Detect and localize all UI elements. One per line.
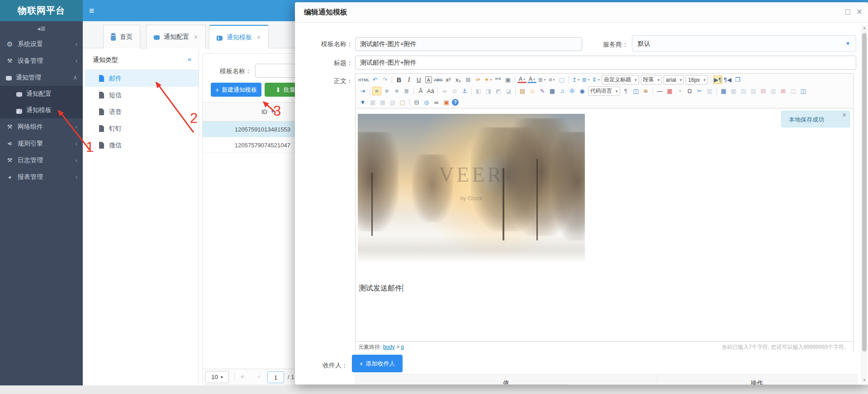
scroll-up-icon[interactable]: ▲: [862, 26, 867, 30]
special-chars-icon[interactable]: Ω: [685, 87, 694, 95]
image-float-right-icon[interactable]: ◪: [504, 87, 513, 95]
preview-icon[interactable]: ◎: [422, 98, 431, 107]
web-image-icon[interactable]: ≋: [641, 87, 650, 95]
template-name-field[interactable]: [355, 37, 582, 51]
separator[interactable]: [653, 87, 653, 95]
columns-icon[interactable]: ◫: [631, 87, 640, 95]
align-right-icon[interactable]: ≡: [392, 87, 401, 95]
subject-field[interactable]: [355, 56, 856, 70]
align-justify-icon[interactable]: ≣: [402, 87, 411, 95]
provider-select[interactable]: 默认 ▼: [632, 35, 856, 52]
clipboard-icon[interactable]: ▣: [442, 98, 451, 107]
delete-col-icon[interactable]: ⊞: [779, 87, 788, 95]
image-inline-icon[interactable]: ◨: [484, 87, 493, 95]
first-indent-icon[interactable]: ⇥: [358, 87, 367, 95]
subscript-icon[interactable]: x₂: [454, 75, 463, 84]
italic-icon[interactable]: I: [404, 75, 413, 84]
editor-content[interactable]: VEER by iStock 本地保存成功 ✕ 测试发送邮件: [356, 108, 853, 341]
unordered-list-icon[interactable]: ≡: [547, 75, 556, 84]
html-source-icon[interactable]: HTML: [358, 75, 370, 84]
superscript-icon[interactable]: x²: [444, 75, 453, 84]
row-spacing-icon[interactable]: ↥: [571, 75, 580, 84]
page-break-icon[interactable]: ▢: [398, 98, 407, 107]
separator[interactable]: [437, 87, 438, 95]
table-columns-icon[interactable]: ▥: [388, 98, 397, 107]
tree-item[interactable]: 短信: [85, 87, 199, 103]
anchor-icon[interactable]: ⚓: [460, 87, 469, 95]
code-language-select[interactable]: 代码语言: [588, 86, 620, 96]
autotypeset-icon[interactable]: ✦: [484, 75, 493, 84]
winter-photo[interactable]: VEER by iStock: [358, 114, 585, 262]
sidebar-item-system-settings[interactable]: 系统设置 ‹: [0, 36, 83, 52]
sidebar-item-notification-template[interactable]: 通知模板: [0, 102, 83, 118]
print-icon[interactable]: ⊟: [412, 98, 421, 107]
hamburger-menu-icon[interactable]: ≡: [89, 6, 94, 16]
panel-collapse-icon[interactable]: «: [188, 55, 191, 63]
add-recipient-button[interactable]: + 添加收件人: [352, 355, 403, 372]
uppercase-icon[interactable]: Â: [416, 87, 425, 95]
image-center-icon[interactable]: ◩: [494, 87, 503, 95]
align-left-icon[interactable]: ≡: [372, 87, 381, 95]
font-color-icon[interactable]: A: [517, 76, 526, 83]
table-background-icon[interactable]: ▦: [368, 98, 377, 107]
tab-close-icon[interactable]: ✕: [256, 34, 261, 41]
align-center-icon[interactable]: ≡: [382, 87, 391, 95]
tree-item[interactable]: 邮件: [85, 70, 199, 87]
rtl-icon[interactable]: ¶◀: [723, 75, 732, 84]
delete-row-icon[interactable]: ⊟: [759, 87, 768, 95]
first-page-button[interactable]: «: [241, 373, 244, 380]
eraser-icon[interactable]: ⊠: [464, 75, 473, 84]
maximize-icon[interactable]: ☐: [845, 8, 851, 16]
sidebar-item-log-management[interactable]: 日志管理 ‹: [0, 152, 83, 169]
emotion-icon[interactable]: ☺: [528, 87, 537, 95]
tab-home[interactable]: 首页: [103, 25, 140, 48]
fullscreen-icon[interactable]: ❐: [733, 75, 742, 84]
separator[interactable]: [711, 76, 711, 84]
sidebar-item-notification-management[interactable]: 通知管理 ∧: [0, 69, 83, 86]
custom-title-select[interactable]: 自定义标题: [602, 75, 639, 84]
format-brush-icon[interactable]: ✑: [474, 75, 483, 84]
separator[interactable]: [569, 76, 569, 84]
insert-image-icon[interactable]: ▤: [518, 87, 527, 95]
insert-col-icon[interactable]: ▥: [769, 87, 778, 95]
attachment-icon[interactable]: ✇: [568, 87, 577, 95]
ltr-icon[interactable]: ▶¶: [713, 75, 722, 84]
modal-scrollbar[interactable]: ▲ ▼: [861, 25, 867, 383]
separator[interactable]: [515, 76, 515, 84]
merge-cells-icon[interactable]: ◫: [789, 87, 798, 95]
font-family-select[interactable]: arial: [664, 75, 684, 84]
separator[interactable]: [413, 87, 414, 95]
bold-icon[interactable]: B: [394, 75, 403, 84]
insert-row-icon[interactable]: ▤: [749, 87, 758, 95]
table-sort-icon[interactable]: ▼: [358, 98, 367, 107]
background-color-icon[interactable]: A: [527, 76, 536, 83]
tab-notification-config[interactable]: 通知配置 ✕: [146, 25, 206, 48]
page-size-select[interactable]: 10: [205, 371, 229, 383]
link-icon[interactable]: ∞: [440, 87, 449, 95]
sidebar-collapse-button[interactable]: ◂≣: [0, 21, 83, 36]
blockquote-icon[interactable]: ❝❝: [493, 75, 503, 84]
delete-table-icon[interactable]: ▦: [729, 87, 738, 95]
paragraph-format-icon[interactable]: ¶: [621, 87, 631, 95]
help-icon[interactable]: ?: [452, 99, 459, 106]
music-icon[interactable]: ♫: [558, 87, 567, 95]
split-cells-icon[interactable]: ◫: [799, 87, 808, 95]
paragraph-spacing-icon[interactable]: ≣: [581, 75, 590, 84]
sidebar-item-device-management[interactable]: 设备管理 ‹: [0, 52, 83, 69]
line-spacing-icon[interactable]: ⇕: [591, 75, 600, 84]
separator[interactable]: [370, 87, 370, 95]
table-border-icon[interactable]: ▦: [378, 98, 387, 107]
sidebar-item-rule-engine[interactable]: 规则引擎 ‹: [0, 135, 83, 152]
underline-icon[interactable]: U: [414, 75, 423, 84]
image-float-left-icon[interactable]: ◧: [474, 87, 483, 95]
unlink-icon[interactable]: ⊘: [450, 87, 459, 95]
separator[interactable]: [716, 87, 717, 95]
paste-plain-icon[interactable]: ▣: [503, 75, 512, 84]
toast-close-icon[interactable]: ✕: [842, 112, 847, 118]
tab-close-icon[interactable]: ✕: [194, 34, 198, 40]
strikethrough-icon[interactable]: ABC: [434, 75, 443, 84]
create-template-button[interactable]: + 新建通知模板: [211, 83, 261, 97]
word-image-icon[interactable]: ▥: [705, 87, 714, 95]
separator[interactable]: [409, 98, 410, 106]
screenshot-icon[interactable]: ✂: [695, 87, 704, 95]
